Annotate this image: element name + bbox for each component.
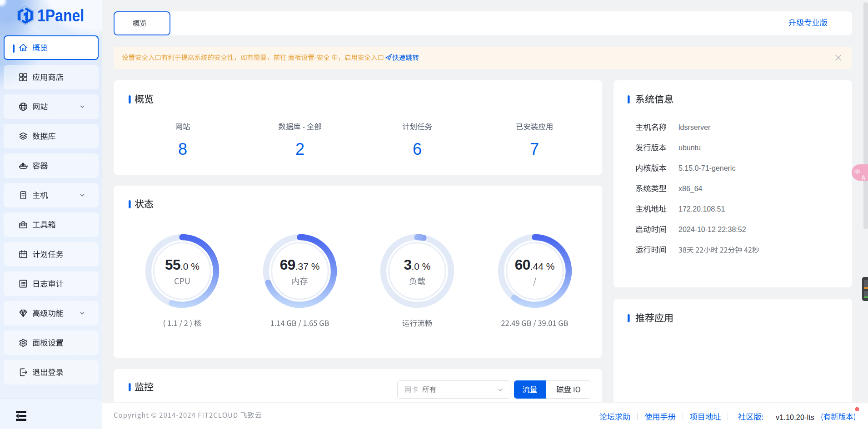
svg-text:1Panel: 1Panel: [37, 6, 84, 25]
